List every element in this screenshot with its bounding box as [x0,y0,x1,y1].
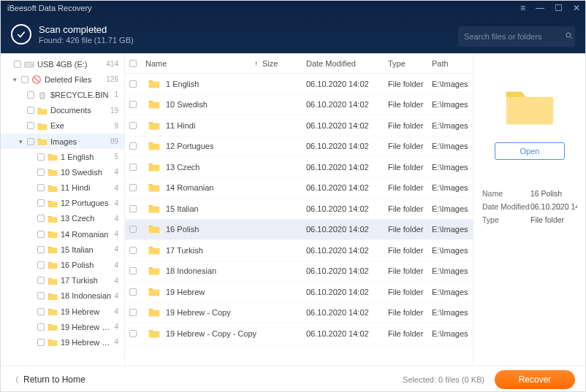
row-checkbox[interactable] [129,122,137,129]
file-row[interactable]: 15 Italian06.10.2020 14:02File folderE:\… [125,199,473,220]
tree-checkbox[interactable] [27,122,34,129]
row-checkbox[interactable] [129,205,137,212]
file-row[interactable]: 11 Hindi06.10.2020 14:02File folderE:\Im… [125,115,473,137]
file-row[interactable]: 19 Hebrew06.10.2020 14:02File folderE:\I… [125,282,473,303]
tree-checkbox[interactable] [27,107,34,114]
file-path: E:\Images [432,308,473,317]
tree-checkbox[interactable] [37,199,45,207]
tree-checkbox[interactable] [37,261,45,269]
tree-checkbox[interactable] [27,91,34,99]
chevron-left-icon: 〈 [11,374,19,385]
open-button[interactable]: Open [495,142,565,160]
tree-checkbox[interactable] [37,339,45,346]
tree-item[interactable]: 18 Indonesian4 [1,288,124,304]
close-icon[interactable]: ✕ [573,3,580,13]
tree-checkbox[interactable] [37,231,45,238]
tree-count: 4 [114,277,118,285]
tree-item[interactable]: 19 Hebrew - Copy - ...4 [1,334,124,350]
tree-item[interactable]: 15 Italian4 [1,242,124,257]
file-row[interactable]: 12 Portugues06.10.2020 14:02File folderE… [125,137,473,158]
row-checkbox[interactable] [129,101,137,108]
row-checkbox[interactable] [129,142,137,150]
return-home-link[interactable]: 〈 Return to Home [11,374,85,385]
tree-checkbox[interactable] [37,184,45,191]
tree-checkbox[interactable] [37,308,45,315]
menu-icon[interactable]: ≡ [520,3,525,13]
minimize-icon[interactable]: — [536,3,544,13]
preview-panel: Open Name16 Polish Date Modified06.10.20… [473,53,585,366]
search-icon[interactable] [565,30,574,43]
tree-checkbox[interactable] [21,76,28,83]
row-checkbox[interactable] [129,267,137,274]
row-checkbox[interactable] [129,226,137,233]
row-checkbox[interactable] [129,309,137,316]
row-checkbox[interactable] [129,330,137,337]
expand-icon[interactable]: ▾ [17,138,24,145]
file-row[interactable]: 18 Indonesian06.10.2020 14:02File folder… [125,261,473,283]
select-all-checkbox[interactable] [129,60,137,67]
row-checkbox[interactable] [129,288,137,296]
tree-checkbox[interactable] [37,169,45,176]
tree-item[interactable]: Exe9 [1,118,124,134]
tree-count: 9 [114,122,118,130]
tree-item[interactable]: 11 Hindi4 [1,180,124,196]
tree-item[interactable]: 14 Romanian4 [1,226,124,242]
tree-count: 4 [114,199,118,207]
tree-item[interactable]: 19 Hebrew4 [1,304,124,319]
tree-item[interactable]: Documents19 [1,103,124,118]
tree-checkbox[interactable] [27,138,34,145]
tree-item[interactable]: ▾Images89 [1,134,124,149]
row-checkbox[interactable] [129,247,137,254]
tree-checkbox[interactable] [37,292,45,299]
tree-label: USB 4GB (E:) [37,60,103,69]
file-row[interactable]: 14 Romanian06.10.2020 14:02File folderE:… [125,178,473,199]
file-row[interactable]: 1 English06.10.2020 14:02File folderE:\I… [125,74,473,95]
tree-checkbox[interactable] [37,153,45,161]
tree-item[interactable]: 10 Swedish4 [1,164,124,180]
column-name[interactable]: Name↑ [145,59,262,68]
folder-icon [47,337,58,347]
file-row[interactable]: 13 Czech06.10.2020 14:02File folderE:\Im… [125,157,473,178]
expand-icon[interactable]: ▾ [11,76,18,83]
column-size[interactable]: Size [262,59,306,68]
tree-item[interactable]: ▾Deleted Files126 [1,72,124,87]
tree-label: 11 Hindi [61,183,111,192]
file-name: 17 Turkish [166,246,203,255]
row-checkbox[interactable] [129,164,137,171]
search-input[interactable] [464,32,565,41]
tree-item[interactable]: 17 Turkish4 [1,273,124,288]
row-checkbox[interactable] [129,80,137,88]
tree-checkbox[interactable] [37,277,45,284]
tree-item[interactable]: 19 Hebrew - Copy4 [1,319,124,334]
tree-checkbox[interactable] [14,61,21,68]
file-row[interactable]: 19 Hebrew - Copy - Copy06.10.2020 14:02F… [125,323,473,345]
tree-label: 10 Swedish [61,168,111,177]
folder-icon [31,74,42,85]
tree-item[interactable]: 12 Portugues4 [1,196,124,211]
tree-item[interactable]: USB 4GB (E:)414 [1,56,124,72]
search-box[interactable] [458,26,575,47]
file-row[interactable]: 17 Turkish06.10.2020 14:02File folderE:\… [125,240,473,261]
file-row[interactable]: 19 Hebrew - Copy06.10.2020 14:02File fol… [125,303,473,324]
column-date[interactable]: Date Modified [306,59,388,68]
tree-checkbox[interactable] [37,323,45,331]
sort-asc-icon: ↑ [255,60,259,67]
tree-item[interactable]: 13 Czech4 [1,211,124,226]
row-checkbox[interactable] [129,184,137,191]
file-date: 06.10.2020 14:02 [306,80,388,88]
tree-item[interactable]: 1 English5 [1,149,124,164]
column-type[interactable]: Type [388,59,432,68]
column-path[interactable]: Path [432,59,473,68]
tree-item[interactable]: $RECYCLE.BIN1 [1,87,124,102]
tree-checkbox[interactable] [37,215,45,222]
file-path: E:\Images [432,183,473,192]
preview-type-value: File folder [530,215,577,224]
file-row[interactable]: 10 Swedish06.10.2020 14:02File folderE:\… [125,95,473,116]
file-row[interactable]: 16 Polish06.10.2020 14:02File folderE:\I… [125,220,473,241]
recover-button[interactable]: Recover [495,370,575,389]
tree-label: 12 Portugues [61,199,111,207]
maximize-icon[interactable]: ☐ [555,3,563,13]
folder-icon [47,307,58,317]
tree-item[interactable]: 16 Polish4 [1,257,124,272]
tree-checkbox[interactable] [37,246,45,253]
